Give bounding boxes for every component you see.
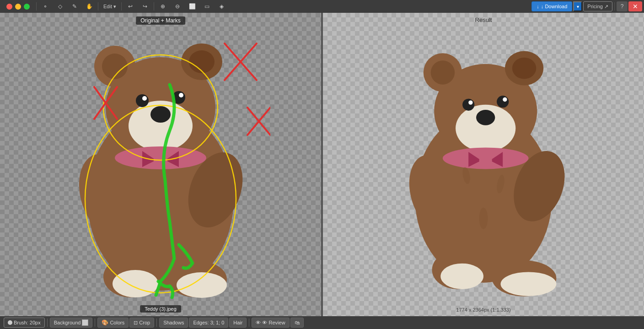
original-label: Original + Marks	[136, 16, 185, 25]
rounded-rect-button[interactable]: ▭	[200, 1, 214, 11]
redo-button[interactable]: ↪	[138, 1, 152, 11]
bottom-sep-1	[47, 318, 48, 327]
review-label: 👁 Review	[262, 320, 285, 325]
original-panel: Original + Marks	[0, 13, 321, 316]
image-filename: Teddy (3).jpeg	[140, 305, 181, 313]
shadows-label: Shadows	[163, 320, 184, 325]
svg-point-5	[189, 50, 215, 73]
bag-button[interactable]: 🛍	[290, 318, 304, 328]
svg-point-37	[476, 110, 495, 125]
svg-point-54	[479, 207, 488, 229]
svg-point-38	[462, 98, 474, 110]
download-group: ↓ ↓ Download ▾	[531, 1, 582, 11]
hand-icon: ✋	[86, 3, 93, 10]
svg-point-19	[113, 270, 158, 297]
review-icon: 👁	[256, 320, 261, 325]
hair-button[interactable]: Hair	[229, 318, 247, 328]
toolbar-sep-4	[154, 2, 154, 11]
svg-point-7	[150, 106, 171, 123]
toolbar-sep-3	[121, 2, 122, 11]
svg-point-51	[501, 272, 557, 296]
toolbar-sep-1	[36, 2, 37, 11]
svg-point-41	[503, 97, 507, 101]
rect-select-button[interactable]: ⬜	[185, 1, 199, 11]
close-app-button[interactable]: ✕	[628, 1, 642, 11]
svg-point-40	[497, 96, 509, 108]
original-image-container	[51, 16, 270, 313]
window-controls	[2, 4, 34, 10]
colors-button[interactable]: 🎨 Colors	[97, 318, 129, 328]
edges-button[interactable]: Edges: 3; 1; 0	[189, 318, 228, 328]
pen-tool-button[interactable]: ✎	[68, 1, 81, 11]
original-bear-svg	[51, 16, 270, 313]
shadows-button[interactable]: Shadows	[159, 318, 188, 328]
edit-menu-button[interactable]: Edit ▾	[100, 1, 119, 11]
bottom-toolbar: Brush: 20px Background 🎨 Colors ⊡ Crop S…	[0, 316, 644, 329]
download-button[interactable]: ↓ ↓ Download	[531, 1, 572, 11]
bottom-sep-3	[156, 318, 157, 327]
colors-label: Colors	[110, 320, 124, 325]
brush-icon: ⚬	[42, 3, 49, 10]
brush-dot-icon	[8, 320, 12, 325]
background-swatch-icon	[82, 319, 88, 326]
pricing-button[interactable]: Pricing ↗	[583, 1, 612, 11]
zoom-fit-icon: ⊕	[159, 3, 166, 10]
download-icon: ↓	[537, 4, 539, 9]
rounded-rect-icon: ▭	[203, 3, 210, 10]
main-toolbar: ⚬ ◇ ✎ ✋ Edit ▾ ↩ ↪ ⊕ ⊖ ⬜ ▭ ◈ ↓ ↓ Downloa…	[0, 0, 644, 13]
zoom-out-button[interactable]: ⊖	[171, 1, 184, 11]
wand-button[interactable]: ◈	[215, 1, 228, 11]
result-panel: Result	[323, 13, 644, 316]
hair-label: Hair	[233, 320, 242, 325]
result-image-container	[381, 23, 586, 307]
bottom-sep-2	[95, 318, 95, 327]
svg-point-33	[431, 60, 455, 85]
help-button[interactable]: ?	[617, 1, 628, 11]
bag-icon: 🛍	[295, 320, 300, 325]
svg-point-8	[136, 94, 149, 107]
zoom-out-icon: ⊖	[174, 3, 181, 10]
bottom-sep-4	[249, 318, 249, 327]
main-content: Original + Marks	[0, 13, 644, 316]
svg-point-39	[468, 100, 472, 104]
download-dropdown-button[interactable]: ▾	[573, 1, 582, 11]
undo-icon: ↩	[127, 3, 134, 10]
window-maximize-button[interactable]	[24, 4, 30, 10]
result-dimensions: 1774 x 2364px (1:1.333)	[456, 307, 510, 313]
svg-point-11	[179, 93, 183, 97]
svg-point-35	[512, 57, 537, 79]
toolbar-sep-5	[614, 2, 615, 11]
wand-icon: ◈	[218, 3, 225, 10]
svg-point-9	[142, 96, 147, 101]
pricing-label: Pricing ↗	[587, 4, 608, 10]
result-bear-svg	[381, 23, 586, 307]
zoom-fit-button[interactable]: ⊕	[156, 1, 170, 11]
svg-point-21	[177, 272, 227, 298]
svg-point-49	[440, 263, 483, 289]
close-icon: ✕	[633, 3, 638, 10]
crop-button[interactable]: ⊡ Crop	[129, 318, 154, 328]
brush-size-label: Brush: 20px	[14, 320, 41, 325]
rect-select-icon: ⬜	[188, 3, 196, 10]
toolbar-sep-2	[98, 2, 98, 11]
hand-tool-button[interactable]: ✋	[82, 1, 96, 11]
brush-size-button[interactable]: Brush: 20px	[4, 318, 45, 328]
background-label: Background	[54, 320, 81, 325]
eraser-icon: ◇	[56, 3, 64, 10]
window-close-button[interactable]	[6, 4, 12, 10]
undo-button[interactable]: ↩	[123, 1, 137, 11]
help-label: ?	[621, 3, 624, 10]
eraser-tool-button[interactable]: ◇	[53, 1, 67, 11]
colors-icon: 🎨	[102, 319, 108, 326]
review-button[interactable]: 👁 👁 Review	[252, 318, 289, 328]
crop-label: ⊡ Crop	[134, 320, 150, 326]
download-label: ↓ Download	[541, 4, 567, 9]
window-minimize-button[interactable]	[15, 4, 21, 10]
edit-label: Edit ▾	[103, 4, 116, 10]
download-arrow-icon: ▾	[577, 4, 579, 9]
brush-tool-button[interactable]: ⚬	[38, 1, 52, 11]
pen-icon: ✎	[71, 3, 78, 10]
redo-icon: ↪	[141, 3, 149, 10]
background-button[interactable]: Background	[50, 318, 93, 328]
svg-point-45	[479, 154, 492, 167]
